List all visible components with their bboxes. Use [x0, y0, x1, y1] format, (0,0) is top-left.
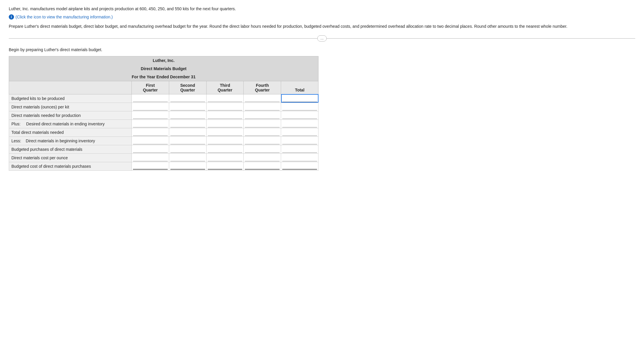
input-field[interactable] [245, 146, 280, 153]
input-field[interactable] [282, 146, 317, 153]
input-field[interactable] [133, 95, 168, 102]
intro-main-text: Luther, Inc. manufactures model airplane… [9, 6, 635, 12]
input-budgeted-cost-q4[interactable] [244, 162, 281, 170]
input-total-dm-q2[interactable] [169, 128, 206, 136]
input-field[interactable] [170, 146, 205, 153]
input-dm-per-kit-q4[interactable] [244, 103, 281, 111]
input-field[interactable] [208, 120, 243, 127]
table-period: For the Year Ended December 31 [9, 73, 318, 81]
input-total-dm-total[interactable] [281, 128, 318, 136]
input-dm-cost-q1[interactable] [132, 153, 169, 162]
input-budgeted-kits-total[interactable] [281, 94, 318, 103]
input-field[interactable] [245, 137, 280, 144]
input-less-beginning-q2[interactable] [169, 136, 206, 145]
input-field[interactable] [282, 120, 317, 127]
input-field[interactable] [170, 95, 205, 102]
input-desired-ending-q4[interactable] [244, 120, 281, 128]
input-less-beginning-q4[interactable] [244, 136, 281, 145]
input-field[interactable] [170, 129, 205, 136]
input-field[interactable] [208, 146, 243, 153]
input-budgeted-kits-q1[interactable] [132, 94, 169, 103]
row-label-budgeted-purchases: Budgeted purchases of direct materials [9, 145, 132, 153]
input-field[interactable] [282, 137, 317, 144]
input-field[interactable] [245, 154, 280, 161]
input-dm-cost-q4[interactable] [244, 153, 281, 162]
input-field[interactable] [245, 103, 280, 110]
table-period-row: For the Year Ended December 31 [9, 73, 318, 81]
input-field[interactable] [133, 154, 168, 161]
input-dm-needed-q3[interactable] [206, 111, 244, 120]
input-budgeted-cost-total[interactable] [281, 162, 318, 170]
input-dm-per-kit-total[interactable] [281, 103, 318, 111]
input-desired-ending-total[interactable] [281, 120, 318, 128]
info-link-text[interactable]: (Click the icon to view the manufacturin… [15, 15, 113, 19]
input-field[interactable] [208, 163, 243, 170]
input-field[interactable] [245, 129, 280, 136]
input-less-beginning-total[interactable] [281, 136, 318, 145]
input-field[interactable] [282, 112, 317, 119]
input-total-dm-q4[interactable] [244, 128, 281, 136]
input-field[interactable] [170, 103, 205, 110]
input-field[interactable] [170, 137, 205, 144]
input-field[interactable] [170, 154, 205, 161]
info-link[interactable]: i (Click the icon to view the manufactur… [9, 14, 635, 20]
input-field[interactable] [170, 163, 205, 170]
input-budgeted-cost-q3[interactable] [206, 162, 244, 170]
input-field[interactable] [208, 95, 243, 102]
input-field[interactable] [133, 137, 168, 144]
input-desired-ending-q3[interactable] [206, 120, 244, 128]
input-field[interactable] [133, 112, 168, 119]
input-dm-needed-q1[interactable] [132, 111, 169, 120]
input-field[interactable] [208, 154, 243, 161]
input-field[interactable] [170, 120, 205, 127]
input-budgeted-cost-q2[interactable] [169, 162, 206, 170]
input-dm-per-kit-q2[interactable] [169, 103, 206, 111]
input-field[interactable] [208, 103, 243, 110]
input-budgeted-cost-q1[interactable] [132, 162, 169, 170]
input-field[interactable] [133, 103, 168, 110]
input-budgeted-kits-q2[interactable] [169, 94, 206, 103]
input-field[interactable] [282, 154, 317, 161]
input-dm-cost-total[interactable] [281, 153, 318, 162]
input-field[interactable] [282, 103, 317, 110]
input-field[interactable] [133, 120, 168, 127]
input-dm-per-kit-q3[interactable] [206, 103, 244, 111]
input-field[interactable] [133, 129, 168, 136]
input-budgeted-kits-q4[interactable] [244, 94, 281, 103]
input-field[interactable] [245, 163, 280, 170]
input-field[interactable] [245, 95, 280, 102]
input-dm-per-kit-q1[interactable] [132, 103, 169, 111]
input-field[interactable] [133, 163, 168, 170]
input-field[interactable] [245, 120, 280, 127]
input-dm-needed-total[interactable] [281, 111, 318, 120]
table-row: Direct materials cost per ounce [9, 153, 318, 162]
input-field[interactable] [282, 129, 317, 136]
input-desired-ending-q2[interactable] [169, 120, 206, 128]
input-dm-needed-q4[interactable] [244, 111, 281, 120]
input-less-beginning-q1[interactable] [132, 136, 169, 145]
input-field[interactable] [133, 146, 168, 153]
table-row: Plus: Desired direct materials in ending… [9, 120, 318, 128]
input-total-dm-q1[interactable] [132, 128, 169, 136]
input-budgeted-kits-q3[interactable] [206, 94, 244, 103]
input-dm-cost-q3[interactable] [206, 153, 244, 162]
input-desired-ending-q1[interactable] [132, 120, 169, 128]
input-budgeted-purchases-total[interactable] [281, 145, 318, 153]
input-total-dm-q3[interactable] [206, 128, 244, 136]
input-field[interactable] [208, 112, 243, 119]
input-field[interactable] [282, 163, 317, 170]
input-dm-needed-q2[interactable] [169, 111, 206, 120]
input-field[interactable] [208, 137, 243, 144]
input-field[interactable] [282, 95, 317, 102]
input-budgeted-purchases-q4[interactable] [244, 145, 281, 153]
input-budgeted-purchases-q1[interactable] [132, 145, 169, 153]
input-budgeted-purchases-q3[interactable] [206, 145, 244, 153]
input-field[interactable] [245, 112, 280, 119]
input-budgeted-purchases-q2[interactable] [169, 145, 206, 153]
input-dm-cost-q2[interactable] [169, 153, 206, 162]
input-field[interactable] [208, 129, 243, 136]
input-field[interactable] [170, 112, 205, 119]
info-icon[interactable]: i [9, 14, 14, 20]
input-less-beginning-q3[interactable] [206, 136, 244, 145]
row-label-total-dm-needed: Total direct materials needed [9, 128, 132, 136]
